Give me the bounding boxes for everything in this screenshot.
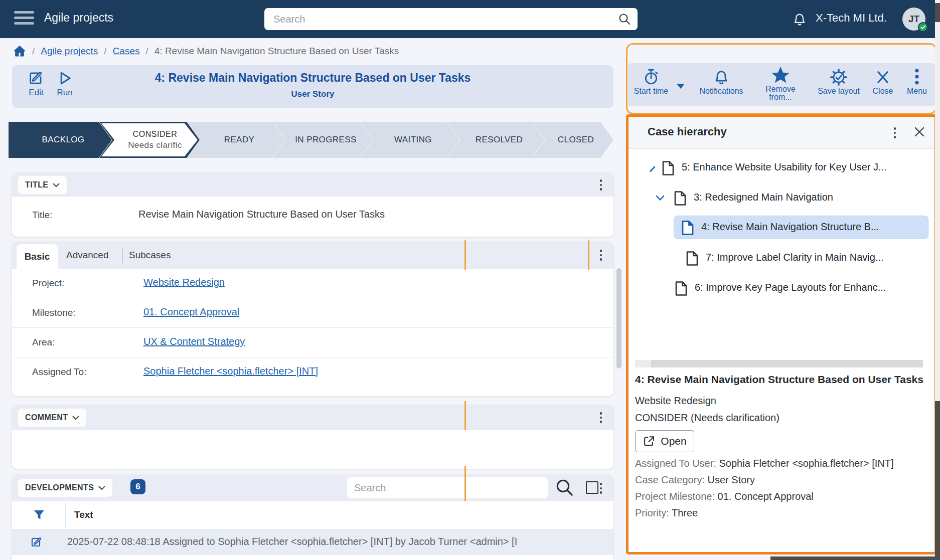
search-icon[interactable] bbox=[617, 12, 632, 26]
breadcrumb-separator: / bbox=[104, 46, 106, 57]
gear-check-icon bbox=[830, 68, 848, 86]
open-button-label: Open bbox=[661, 435, 686, 447]
start-time-dropdown[interactable] bbox=[676, 83, 685, 89]
developments-header: DEVELOPMENTS 6 bbox=[12, 475, 613, 501]
notifications-label: Notifications bbox=[693, 87, 749, 96]
close-x-icon bbox=[875, 68, 891, 86]
close-button[interactable]: Close bbox=[868, 68, 898, 96]
save-layout-label: Save layout bbox=[815, 87, 863, 96]
title-section-kebab-icon[interactable] bbox=[594, 176, 607, 194]
document-icon bbox=[686, 251, 699, 266]
chevron-down-icon bbox=[676, 83, 685, 89]
tab-divider bbox=[122, 249, 123, 263]
bell-icon bbox=[713, 68, 730, 86]
development-row[interactable]: 2025-07-22 08:48:18 Assigned to Sophia F… bbox=[12, 530, 613, 555]
tree-item-6[interactable]: 6: Improve Key Page Layouts for Enhanc..… bbox=[636, 277, 927, 300]
global-search-input[interactable] bbox=[264, 8, 638, 30]
workflow-step-backlog[interactable]: BACKLOG bbox=[9, 122, 112, 158]
detail-field-priority: Priority: Three bbox=[635, 505, 923, 521]
remove-from-label-2: from... bbox=[757, 93, 804, 102]
assigned-to-link[interactable]: Sophia Fletcher <sophia.fletcher> [INT] bbox=[143, 365, 318, 377]
notifications-button[interactable]: Notifications bbox=[693, 68, 749, 96]
field-label: Area: bbox=[32, 337, 55, 348]
filter-icon[interactable] bbox=[32, 508, 46, 522]
global-search bbox=[264, 8, 638, 30]
expander-icon[interactable] bbox=[649, 166, 655, 172]
field-label: Assigned To: bbox=[32, 366, 86, 378]
edit-row-icon[interactable] bbox=[29, 535, 44, 550]
workflow-step-sublabel: Needs clarific bbox=[128, 140, 182, 150]
start-time-button[interactable]: Start time bbox=[632, 68, 670, 96]
case-hierarchy-kebab-icon[interactable] bbox=[888, 124, 901, 141]
remove-from-button[interactable]: Remove from... bbox=[757, 65, 804, 102]
chevron-down-icon bbox=[72, 416, 79, 420]
workflow-step-waiting[interactable]: WAITING bbox=[360, 122, 460, 158]
detail-field-value: User Story bbox=[708, 474, 755, 485]
column-separator bbox=[65, 503, 66, 528]
tab-advanced[interactable]: Advanced bbox=[66, 244, 109, 266]
tree-item-5[interactable]: 5: Enhance Website Usability for Key Use… bbox=[636, 156, 927, 180]
details-section-kebab-icon[interactable] bbox=[594, 247, 607, 264]
tree-item-7[interactable]: 7: Improve Label Clarity in Main Navig..… bbox=[636, 247, 927, 270]
hamburger-menu-icon[interactable] bbox=[14, 11, 34, 27]
open-button[interactable]: Open bbox=[635, 430, 694, 452]
save-layout-button[interactable]: Save layout bbox=[815, 68, 863, 96]
tab-subcases-label: Subcases bbox=[129, 250, 171, 261]
detail-field-label: Case Category: bbox=[635, 474, 708, 485]
tab-subcases[interactable]: Subcases bbox=[129, 244, 171, 266]
case-type: User Story bbox=[12, 89, 613, 99]
main-scrollbar-thumb[interactable] bbox=[616, 268, 621, 368]
top-bar: Agile projects X-Tech MI Ltd. JT bbox=[0, 0, 940, 38]
notifications-bell-icon[interactable] bbox=[792, 11, 808, 27]
field-row-assigned-to: Assigned To: Sophia Fletcher <sophia.fle… bbox=[12, 357, 613, 387]
tree-item-label: 5: Enhance Website Usability for Key Use… bbox=[682, 161, 887, 173]
window-scrollbar-thumb[interactable] bbox=[935, 3, 940, 22]
case-hierarchy-close-icon[interactable] bbox=[913, 126, 925, 138]
developments-search-icon[interactable] bbox=[555, 478, 575, 498]
project-link[interactable]: Website Redesign bbox=[143, 277, 225, 288]
title-field-value[interactable]: Revise Main Navigation Structure Based o… bbox=[138, 209, 385, 220]
window-bottom-edge bbox=[770, 556, 940, 560]
milestone-link[interactable]: 01. Concept Approval bbox=[143, 306, 239, 318]
tab-basic[interactable]: Basic bbox=[17, 244, 58, 269]
tree-item-4-selected[interactable]: 4: Revise Main Navigation Structure B... bbox=[674, 216, 928, 239]
field-label: Project: bbox=[32, 278, 64, 289]
workflow-step-ready[interactable]: READY bbox=[187, 122, 285, 158]
development-row-text: 2025-07-22 08:48:18 Assigned to Sophia F… bbox=[67, 536, 517, 547]
developments-column-header: Text bbox=[12, 501, 613, 530]
document-icon bbox=[674, 191, 687, 206]
developments-collapse[interactable]: DEVELOPMENTS bbox=[18, 479, 112, 497]
developments-search-input[interactable] bbox=[347, 477, 548, 498]
title-section-header: TITLE bbox=[12, 173, 613, 197]
tree-item-3[interactable]: 3: Redesigned Main Navigation bbox=[636, 186, 927, 210]
workflow-step-resolved[interactable]: RESOLVED bbox=[447, 122, 545, 158]
workflow-step-in-progress[interactable]: IN PROGRESS bbox=[273, 122, 373, 158]
developments-kebab-icon[interactable] bbox=[594, 480, 607, 497]
chevron-down-icon bbox=[53, 183, 60, 188]
developments-heading: DEVELOPMENTS bbox=[25, 483, 94, 492]
comment-section-kebab-icon[interactable] bbox=[594, 409, 607, 426]
title-section-collapse[interactable]: TITLE bbox=[18, 176, 67, 194]
menu-button[interactable]: Menu bbox=[903, 68, 931, 96]
home-icon[interactable] bbox=[13, 45, 26, 57]
window-scrollbar[interactable] bbox=[935, 0, 940, 560]
document-icon bbox=[675, 281, 688, 296]
external-link-icon bbox=[643, 435, 656, 448]
tree-scrollbar-thumb[interactable] bbox=[635, 360, 651, 367]
case-hierarchy-title: Case hierarchy bbox=[648, 125, 727, 138]
workflow-step-consider-current[interactable]: CONSIDER Needs clarific bbox=[99, 122, 200, 158]
window-scrollbar-thumb[interactable] bbox=[935, 401, 940, 560]
breadcrumb-link-project[interactable]: Agile projects bbox=[41, 46, 98, 57]
comment-section-collapse[interactable]: COMMENT bbox=[18, 409, 86, 427]
comment-empty-body[interactable] bbox=[12, 430, 613, 468]
title-section: TITLE Title: Revise Main Navigation Stru… bbox=[12, 173, 613, 237]
tree-horizontal-scrollbar[interactable] bbox=[635, 360, 923, 367]
breadcrumb-link-cases[interactable]: Cases bbox=[113, 46, 140, 57]
detail-field-milestone: Project Milestone: 01. Concept Approval bbox=[635, 488, 923, 505]
breadcrumb-current: 4: Revise Main Navigation Structure Base… bbox=[154, 46, 399, 57]
online-status-badge bbox=[918, 22, 928, 32]
area-link[interactable]: UX & Content Strategy bbox=[143, 336, 245, 347]
case-title: 4: Revise Main Navigation Structure Base… bbox=[12, 71, 613, 85]
start-time-label: Start time bbox=[632, 87, 670, 96]
field-row-area: Area: UX & Content Strategy bbox=[12, 328, 613, 357]
